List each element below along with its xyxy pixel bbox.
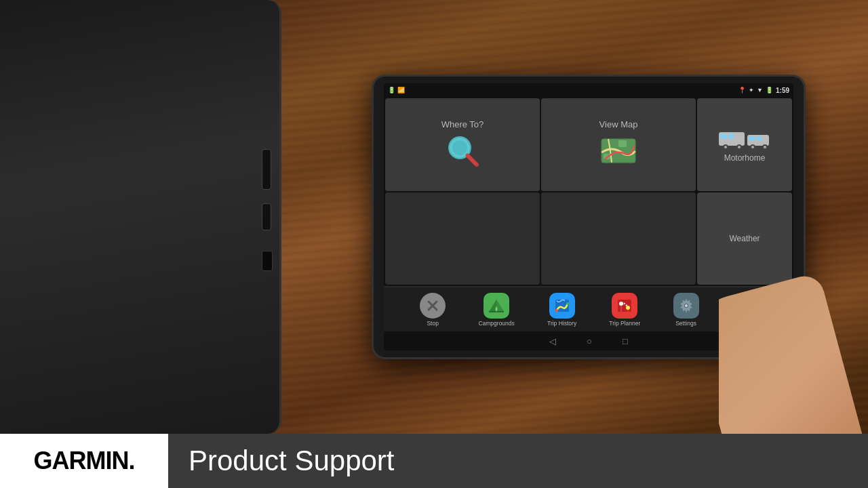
trip-history-icon: [553, 297, 571, 314]
clock: 1:59: [776, 87, 789, 94]
svg-marker-25: [496, 300, 504, 312]
campgrounds-icon: [488, 297, 505, 314]
motorhome-label: Motorhome: [724, 153, 766, 163]
settings-icon: [677, 297, 695, 314]
svg-point-1: [452, 140, 467, 155]
right-hand-area: [719, 244, 868, 434]
map-icon: [598, 132, 639, 169]
bottom-right-cell: [541, 192, 696, 285]
stop-icon: [425, 298, 440, 313]
trip-history-icon-box: [549, 293, 575, 319]
trip-history-button[interactable]: Trip History: [547, 293, 576, 327]
wifi-icon: ▼: [757, 87, 763, 94]
status-bar: 🔋 📶 📍 ✦ ▼ 🔋 1:59: [384, 83, 793, 97]
bottom-left-cell: [385, 192, 540, 285]
weather-label: Weather: [729, 234, 760, 243]
svg-rect-6: [618, 140, 627, 147]
back-button[interactable]: ◁: [549, 336, 556, 346]
device-port: [262, 251, 273, 271]
location-icon: 📍: [738, 87, 746, 94]
left-device: [0, 0, 281, 434]
main-grid: Where To? View Map: [385, 98, 696, 285]
campgrounds-label: Campgrounds: [478, 320, 514, 327]
svg-point-28: [555, 309, 558, 312]
signal-icon: 📶: [397, 87, 405, 94]
stop-button[interactable]: Stop: [420, 293, 446, 327]
svg-rect-17: [757, 136, 762, 141]
battery-icon: 🔋: [388, 87, 395, 94]
svg-point-21: [764, 146, 766, 148]
svg-point-19: [751, 146, 754, 148]
recent-button[interactable]: □: [623, 336, 628, 346]
trip-planner-icon: [616, 297, 633, 314]
svg-rect-10: [728, 134, 734, 139]
svg-rect-9: [720, 134, 727, 139]
svg-point-12: [724, 146, 727, 148]
stop-label: Stop: [427, 320, 439, 327]
svg-point-37: [685, 304, 688, 307]
where-to-button[interactable]: Where To?: [385, 98, 540, 191]
where-to-label: Where To?: [441, 119, 484, 129]
trip-planner-icon-box: [612, 293, 637, 319]
settings-icon-box: [673, 293, 699, 319]
motorhome-icon: [717, 127, 772, 150]
trip-history-label: Trip History: [547, 320, 576, 327]
garmin-logo-area: GARMIN.: [0, 434, 168, 488]
settings-button[interactable]: Settings: [673, 293, 699, 327]
status-left-icons: 🔋 📶: [388, 87, 405, 94]
view-map-button[interactable]: View Map: [541, 98, 696, 191]
status-right-icons: 📍 ✦ ▼ 🔋 1:59: [738, 87, 789, 94]
bottom-bar: GARMIN. Product Support: [0, 434, 868, 488]
garmin-logo: GARMIN.: [34, 447, 135, 475]
svg-rect-30: [618, 300, 631, 312]
magnifier-icon: [444, 132, 481, 169]
campgrounds-button[interactable]: Campgrounds: [478, 293, 514, 327]
battery-full-icon: 🔋: [766, 87, 773, 94]
home-button[interactable]: ○: [587, 336, 592, 346]
product-support-text: Product Support: [189, 445, 395, 477]
device-button-2: [262, 203, 271, 230]
settings-label: Settings: [675, 320, 696, 327]
svg-point-14: [738, 146, 741, 148]
svg-point-29: [566, 302, 569, 305]
view-map-label: View Map: [599, 119, 638, 129]
device-button-1: [262, 149, 271, 190]
campgrounds-icon-box: [484, 293, 509, 319]
motorhome-button[interactable]: Motorhome: [697, 98, 792, 191]
trip-planner-label: Trip Planner: [609, 320, 640, 327]
stop-icon-box: [420, 293, 446, 319]
trip-planner-button[interactable]: Trip Planner: [609, 293, 640, 327]
right-hand: [719, 272, 868, 434]
svg-rect-16: [749, 136, 755, 141]
bluetooth-icon: ✦: [749, 87, 754, 94]
